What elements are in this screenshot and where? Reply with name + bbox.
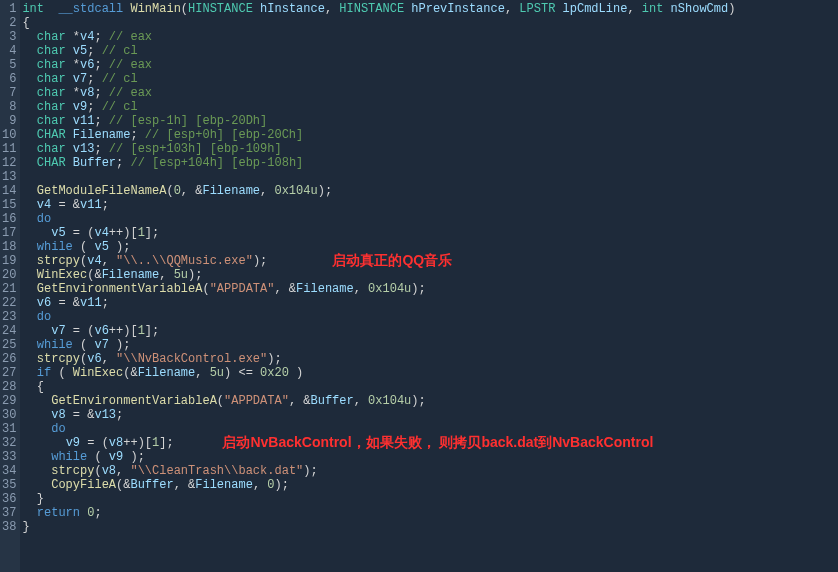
- token: [253, 2, 260, 16]
- code-line[interactable]: v4 = &v11;: [22, 198, 838, 212]
- line-number: 7: [2, 86, 16, 100]
- code-line[interactable]: char *v4; // eax: [22, 30, 838, 44]
- code-line[interactable]: GetEnvironmentVariableA("APPDATA", &Buff…: [22, 394, 838, 408]
- code-line[interactable]: strcpy(v6, "\\NvBackControl.exe");: [22, 352, 838, 366]
- token: ,: [102, 254, 116, 268]
- code-line[interactable]: char v9; // cl: [22, 100, 838, 114]
- line-number: 10: [2, 128, 16, 142]
- token: Buffer: [73, 156, 116, 170]
- code-line[interactable]: CopyFileA(&Buffer, &Filename, 0);: [22, 478, 838, 492]
- code-line[interactable]: v8 = &v13;: [22, 408, 838, 422]
- token: [66, 128, 73, 142]
- token: v9: [109, 450, 123, 464]
- token: );: [303, 464, 317, 478]
- code-line[interactable]: CHAR Filename; // [esp+0h] [ebp-20Ch]: [22, 128, 838, 142]
- code-line[interactable]: do: [22, 212, 838, 226]
- token: GetEnvironmentVariableA: [37, 282, 203, 296]
- token: [22, 324, 51, 338]
- token: {: [22, 16, 29, 30]
- code-line[interactable]: while ( v9 );: [22, 450, 838, 464]
- code-line[interactable]: GetEnvironmentVariableA("APPDATA", &File…: [22, 282, 838, 296]
- code-line[interactable]: char v11; // [esp-1h] [ebp-20Dh]: [22, 114, 838, 128]
- line-number: 26: [2, 352, 16, 366]
- code-line[interactable]: return 0;: [22, 506, 838, 520]
- line-number: 29: [2, 394, 16, 408]
- token: GetEnvironmentVariableA: [51, 394, 217, 408]
- line-number: 30: [2, 408, 16, 422]
- code-line[interactable]: v9 = (v8++)[1];启动NvBackControl，如果失败， 则拷贝…: [22, 436, 838, 450]
- token: strcpy: [37, 254, 80, 268]
- code-line[interactable]: }: [22, 492, 838, 506]
- token: = (: [66, 226, 95, 240]
- token: ,: [260, 184, 274, 198]
- token: ];: [145, 226, 159, 240]
- code-line[interactable]: {: [22, 380, 838, 394]
- token: = (: [80, 436, 109, 450]
- code-line[interactable]: char v5; // cl: [22, 44, 838, 58]
- token: "\\CleanTrash\\back.dat": [130, 464, 303, 478]
- token: v5: [94, 240, 108, 254]
- token: [22, 282, 36, 296]
- token: [22, 198, 36, 212]
- token: [22, 366, 36, 380]
- code-line[interactable]: v6 = &v11;: [22, 296, 838, 310]
- code-line[interactable]: if ( WinExec(&Filename, 5u) <= 0x20 ): [22, 366, 838, 380]
- token: v13: [73, 142, 95, 156]
- token: // cl: [102, 44, 138, 58]
- code-line[interactable]: int __stdcall WinMain(HINSTANCE hInstanc…: [22, 2, 838, 16]
- code-line[interactable]: WinExec(&Filename, 5u);: [22, 268, 838, 282]
- code-line[interactable]: strcpy(v8, "\\CleanTrash\\back.dat");: [22, 464, 838, 478]
- token: int: [22, 2, 44, 16]
- code-line[interactable]: v5 = (v4++)[1];: [22, 226, 838, 240]
- token: ;: [94, 142, 108, 156]
- token: ,: [159, 268, 173, 282]
- code-line[interactable]: char *v6; // eax: [22, 58, 838, 72]
- token: , &: [174, 478, 196, 492]
- code-line[interactable]: char *v8; // eax: [22, 86, 838, 100]
- token: [555, 2, 562, 16]
- token: [66, 156, 73, 170]
- code-line[interactable]: v7 = (v6++)[1];: [22, 324, 838, 338]
- code-line[interactable]: char v13; // [esp+103h] [ebp-109h]: [22, 142, 838, 156]
- token: HINSTANCE: [188, 2, 253, 16]
- token: do: [37, 212, 51, 226]
- token: v4: [80, 30, 94, 44]
- token: v9: [66, 436, 80, 450]
- token: [22, 226, 51, 240]
- token: [22, 492, 36, 506]
- code-line[interactable]: char v7; // cl: [22, 72, 838, 86]
- token: (: [217, 394, 224, 408]
- code-editor[interactable]: 1234567891011121314151617181920212223242…: [0, 0, 838, 572]
- token: ;: [87, 100, 101, 114]
- line-number: 17: [2, 226, 16, 240]
- token: if: [37, 366, 51, 380]
- token: [22, 156, 36, 170]
- token: int: [642, 2, 664, 16]
- token: __stdcall: [58, 2, 123, 16]
- code-line[interactable]: strcpy(v4, "\\..\\QQMusic.exe");启动真正的QQ音…: [22, 254, 838, 268]
- code-line[interactable]: do: [22, 310, 838, 324]
- code-line[interactable]: GetModuleFileNameA(0, &Filename, 0x104u)…: [22, 184, 838, 198]
- token: strcpy: [37, 352, 80, 366]
- token: v7: [51, 324, 65, 338]
- code-line[interactable]: [22, 170, 838, 184]
- token: [22, 44, 36, 58]
- line-number: 37: [2, 506, 16, 520]
- line-number: 36: [2, 492, 16, 506]
- token: ;: [94, 58, 108, 72]
- token: char: [37, 72, 66, 86]
- token: Filename: [138, 366, 196, 380]
- line-number: 35: [2, 478, 16, 492]
- token: (: [181, 2, 188, 16]
- code-line[interactable]: }: [22, 520, 838, 534]
- token: ,: [627, 2, 641, 16]
- token: CopyFileA: [51, 478, 116, 492]
- token: lpCmdLine: [563, 2, 628, 16]
- token: );: [267, 352, 281, 366]
- code-line[interactable]: {: [22, 16, 838, 30]
- code-line[interactable]: CHAR Buffer; // [esp+104h] [ebp-108h]: [22, 156, 838, 170]
- code-area[interactable]: int __stdcall WinMain(HINSTANCE hInstanc…: [20, 0, 838, 572]
- code-line[interactable]: while ( v7 );: [22, 338, 838, 352]
- token: while: [51, 450, 87, 464]
- token: [22, 338, 36, 352]
